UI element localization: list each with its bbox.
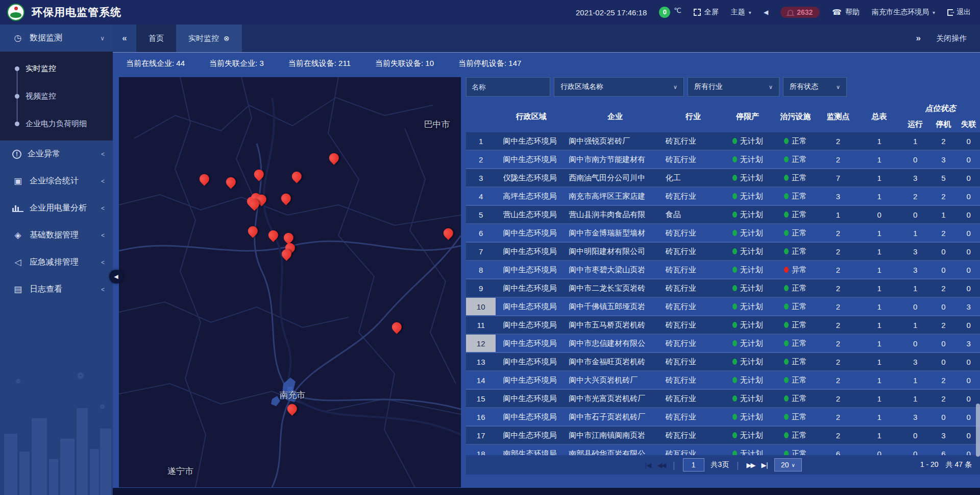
name-filter-input[interactable] <box>466 77 550 97</box>
cell-company: 阆中市二龙长宝页岩砖 <box>567 279 663 297</box>
cell-stop-plan-label: 无计划 <box>740 357 763 367</box>
cell-meters: 1 <box>857 335 901 352</box>
tab-home[interactable]: 首页 <box>136 25 176 52</box>
cell-run: 0 <box>901 445 929 455</box>
cell-stop-plan: 无计划 <box>723 261 772 278</box>
map-panel: 巴中市南充市遂宁市 <box>119 77 461 487</box>
sidebar-item-log-view[interactable]: ▤日志查看< <box>0 276 113 303</box>
cell-stop-plan: 无计划 <box>723 316 772 334</box>
chevron-down-icon: ▾ <box>933 10 935 15</box>
speaker-icon[interactable]: ◀ <box>764 9 768 16</box>
col-header-stopped: 停机 <box>929 116 957 132</box>
table-row[interactable]: 2阆中生态环境局阆中市南方节能建材有砖瓦行业无计划正常21030 <box>466 151 980 169</box>
tabbar-right: » 关闭操作 <box>916 25 980 52</box>
cell-meters: 1 <box>857 261 901 278</box>
table-row[interactable]: 17阆中生态环境局阆中市江南镇阆南页岩砖瓦行业无计划正常21030 <box>466 427 980 445</box>
cell-facility-label: 正常 <box>792 394 807 404</box>
fullscreen-button[interactable]: 全屏 <box>694 8 719 17</box>
cell-run: 1 <box>901 224 929 242</box>
cell-region: 阆中生态环境局 <box>496 132 567 150</box>
table-row[interactable]: 4高坪生态环境局南充市高坪区王家店建砖瓦行业无计划正常31220 <box>466 187 980 206</box>
table-row[interactable]: 5营山生态环境局营山县润丰肉食品有限食品无计划正常10010 <box>466 206 980 224</box>
table-row[interactable]: 6阆中生态环境局阆中市金博瑞新型墙材砖瓦行业无计划正常21120 <box>466 224 980 243</box>
table-row[interactable]: 10阆中生态环境局阆中千佛镇五郎垭页岩砖瓦行业无计划正常21003 <box>466 298 980 316</box>
table-row[interactable]: 15阆中生态环境局阆中市光富页岩机砖厂砖瓦行业无计划正常21120 <box>466 390 980 408</box>
first-page-button[interactable]: ∣◀ <box>644 461 651 469</box>
pagination-summary: 1 - 20 共 47 条 <box>920 460 972 469</box>
status-dot-green <box>784 230 789 236</box>
col-header-industry: 行业 <box>664 101 723 132</box>
table-row[interactable]: 3仪陇生态环境局西南油气田分公司川中化工无计划正常71350 <box>466 169 980 187</box>
sidebar-item-data-monitoring[interactable]: ◷数据监测∨ <box>0 25 113 52</box>
stats-bar: 当前在线企业: 44 当前失联企业: 3 当前在线设备: 211 当前失联设备:… <box>113 53 980 74</box>
sidebar-item-label: 企业综合统计 <box>30 176 101 186</box>
sidebar-item-emergency-reduction[interactable]: ◁应急减排管理< <box>0 249 113 276</box>
sidebar-item-company-statistics[interactable]: ▣企业综合统计< <box>0 168 113 195</box>
table-row[interactable]: 9阆中生态环境局阆中市二龙长宝页岩砖砖瓦行业无计划正常21120 <box>466 279 980 298</box>
sidebar-item-power-usage-analysis[interactable]: 企业用电量分析< <box>0 195 113 222</box>
prev-page-button[interactable]: ◀◀ <box>657 461 666 469</box>
theme-dropdown[interactable]: 主题 ▾ <box>731 8 751 17</box>
header-right: 2021-02-25 17:46:18 0 ℃ 全屏 主题 ▾ ◀ 2632 ☎… <box>576 7 971 18</box>
notification-badge[interactable]: 2632 <box>780 7 820 18</box>
logout-button[interactable]: 退出 <box>947 8 971 17</box>
map-city-label: 巴中市 <box>424 119 450 130</box>
industry-filter-select[interactable]: 所有行业 ∨ <box>688 77 779 97</box>
col-header-stop-plan: 停限产 <box>723 101 772 132</box>
page-size-select[interactable]: 20 ∨ <box>774 458 802 472</box>
current-page-box[interactable]: 1 <box>683 458 704 472</box>
col-header-region: 行政区域 <box>496 101 567 132</box>
tab-close-icon[interactable]: ⊗ <box>224 34 230 42</box>
tab-realtime-monitor[interactable]: 实时监控 ⊗ <box>176 25 242 52</box>
cell-lost: 0 <box>958 151 980 168</box>
row-number: 2 <box>466 151 496 168</box>
table-row[interactable]: 12阆中生态环境局阆中市忠信建材有限公砖瓦行业无计划正常21003 <box>466 335 980 353</box>
cell-stopped: 2 <box>929 224 957 242</box>
table-row[interactable]: 8阆中生态环境局阆中市枣碧大梁山页岩砖瓦行业无计划异常21300 <box>466 261 980 279</box>
cell-stop-plan-label: 无计划 <box>740 192 763 201</box>
table-row[interactable]: 18南部生态环境局南部县砂华页岩有限公砖瓦行业无计划正常60060 <box>466 445 980 455</box>
sidebar-item-company-abnormal[interactable]: !企业异常< <box>0 140 113 168</box>
last-page-button[interactable]: ▶∣ <box>761 461 768 469</box>
org-dropdown[interactable]: 南充市生态环境局 ▾ <box>872 8 935 17</box>
cell-run: 1 <box>901 132 929 150</box>
tabs-scroll-left-button[interactable]: « <box>113 25 136 52</box>
table-row[interactable]: 1阆中生态环境局阆中强锐页岩砖厂砖瓦行业无计划正常21120 <box>466 132 980 151</box>
cell-run: 0 <box>901 206 929 223</box>
sidebar-item-basic-data-management[interactable]: ◈基础数据管理< <box>0 222 113 249</box>
sidebar-subitem-realtime-monitor[interactable]: 实时监控 <box>0 55 113 82</box>
cell-facility: 异常 <box>772 261 819 278</box>
table-row[interactable]: 14阆中生态环境局阆中大兴页岩机砖厂砖瓦行业无计划正常21120 <box>466 371 980 390</box>
group-header-label: 点位状态 <box>901 101 980 116</box>
sidebar-subitem-power-load-detail[interactable]: 企业电力负荷明细 <box>0 110 113 137</box>
cell-stop-plan-label: 无计划 <box>740 210 763 220</box>
region-filter-select[interactable]: 行政区域名称 ∨ <box>554 77 684 97</box>
table-row[interactable]: 13阆中生态环境局阆中市金福旺页岩机砖砖瓦行业无计划正常21300 <box>466 353 980 371</box>
table-row[interactable]: 11阆中生态环境局阆中市五马桥页岩机砖砖瓦行业无计划正常21120 <box>466 316 980 335</box>
status-dot-green <box>784 211 789 218</box>
sidebar-subitem-video-monitor[interactable]: 视频监控 <box>0 82 113 110</box>
cell-points: 2 <box>819 316 858 334</box>
cell-meters: 1 <box>857 316 901 334</box>
next-page-button[interactable]: ▶▶ <box>746 461 754 469</box>
sidebar-collapse-handle[interactable]: ◀ <box>109 270 123 284</box>
cell-company: 南充市高坪区王家店建 <box>567 187 663 205</box>
status-filter-select[interactable]: 所有状态 ∨ <box>783 77 847 97</box>
tab-label: 实时监控 <box>188 34 219 43</box>
close-operations-button[interactable]: 关闭操作 <box>936 34 967 43</box>
scrollbar-thumb[interactable] <box>976 404 980 457</box>
table-row[interactable]: 7阆中生态环境局阆中明阳建材有限公司砖瓦行业无计划正常21300 <box>466 243 980 261</box>
row-number: 1 <box>466 132 496 150</box>
col-header-facility: 治污设施 <box>772 101 819 132</box>
cell-stopped: 0 <box>929 261 957 278</box>
cell-stop-plan: 无计划 <box>723 408 772 426</box>
help-button[interactable]: ☎ 帮助 <box>832 8 860 17</box>
cell-facility-label: 正常 <box>792 339 807 348</box>
cell-region: 营山生态环境局 <box>496 206 567 223</box>
cell-stop-plan: 无计划 <box>723 335 772 352</box>
status-dot-green <box>732 156 737 162</box>
row-number: 12 <box>466 335 496 352</box>
table-row[interactable]: 16阆中生态环境局阆中市石子页岩机砖厂砖瓦行业无计划正常21300 <box>466 408 980 427</box>
tabs-scroll-right-button[interactable]: » <box>916 33 921 43</box>
range-label: 1 - 20 <box>920 460 939 469</box>
